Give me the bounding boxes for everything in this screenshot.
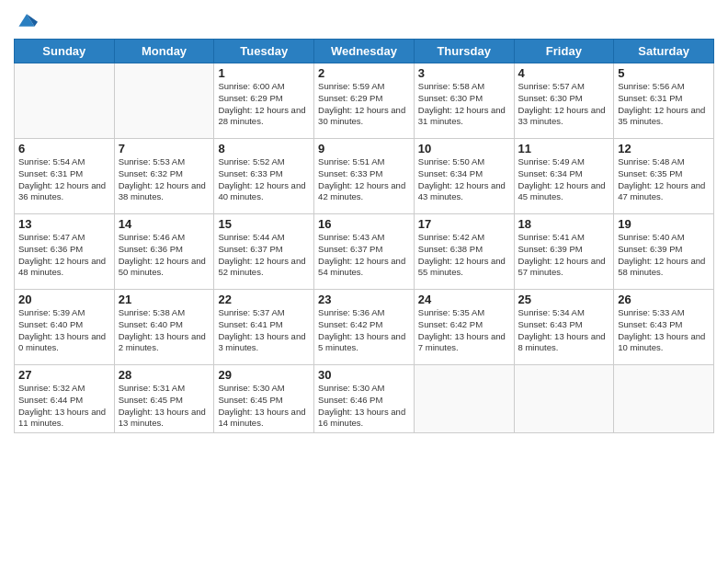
day-number: 20	[18, 293, 110, 306]
calendar-cell: 25Sunrise: 5:34 AMSunset: 6:43 PMDayligh…	[514, 290, 614, 365]
day-number: 16	[318, 217, 410, 231]
header	[14, 9, 714, 31]
calendar-cell	[15, 63, 115, 139]
day-number: 2	[318, 66, 410, 80]
day-info: Sunrise: 5:35 AMSunset: 6:42 PMDaylight:…	[418, 307, 510, 354]
day-number: 23	[318, 293, 410, 306]
day-info: Sunrise: 5:36 AMSunset: 6:42 PMDaylight:…	[318, 307, 410, 354]
day-info: Sunrise: 5:47 AMSunset: 6:36 PMDaylight:…	[18, 232, 110, 279]
day-number: 8	[218, 142, 310, 155]
day-number: 29	[218, 368, 310, 382]
day-info: Sunrise: 5:57 AMSunset: 6:30 PMDaylight:…	[518, 81, 610, 128]
calendar-week-row: 6Sunrise: 5:54 AMSunset: 6:31 PMDaylight…	[15, 139, 714, 214]
day-number: 22	[218, 293, 310, 306]
day-info: Sunrise: 5:49 AMSunset: 6:34 PMDaylight:…	[518, 156, 610, 203]
day-number: 14	[119, 217, 210, 231]
day-info: Sunrise: 5:41 AMSunset: 6:39 PMDaylight:…	[518, 232, 610, 279]
day-number: 13	[18, 217, 110, 231]
day-number: 15	[218, 217, 310, 231]
day-number: 6	[18, 142, 110, 155]
calendar-week-row: 27Sunrise: 5:32 AMSunset: 6:44 PMDayligh…	[15, 365, 714, 433]
day-number: 11	[518, 142, 610, 155]
day-info: Sunrise: 5:42 AMSunset: 6:38 PMDaylight:…	[418, 232, 510, 279]
calendar-cell: 12Sunrise: 5:48 AMSunset: 6:35 PMDayligh…	[614, 139, 714, 214]
weekday-monday: Monday	[114, 40, 214, 63]
calendar-cell: 18Sunrise: 5:41 AMSunset: 6:39 PMDayligh…	[514, 214, 614, 290]
day-info: Sunrise: 5:30 AMSunset: 6:46 PMDaylight:…	[318, 383, 410, 430]
day-info: Sunrise: 5:33 AMSunset: 6:43 PMDaylight:…	[618, 307, 710, 354]
calendar-cell	[614, 365, 714, 433]
calendar-page: SundayMondayTuesdayWednesdayThursdayFrid…	[0, 0, 728, 563]
calendar-cell: 29Sunrise: 5:30 AMSunset: 6:45 PMDayligh…	[214, 365, 314, 433]
day-info: Sunrise: 5:44 AMSunset: 6:37 PMDaylight:…	[218, 232, 310, 279]
weekday-thursday: Thursday	[414, 40, 514, 63]
day-info: Sunrise: 5:50 AMSunset: 6:34 PMDaylight:…	[418, 156, 510, 203]
day-info: Sunrise: 5:32 AMSunset: 6:44 PMDaylight:…	[18, 383, 110, 430]
calendar-cell: 1Sunrise: 6:00 AMSunset: 6:29 PMDaylight…	[214, 63, 314, 139]
calendar-week-row: 13Sunrise: 5:47 AMSunset: 6:36 PMDayligh…	[15, 214, 714, 290]
day-info: Sunrise: 5:38 AMSunset: 6:40 PMDaylight:…	[119, 307, 210, 354]
day-info: Sunrise: 5:51 AMSunset: 6:33 PMDaylight:…	[318, 156, 410, 203]
day-number: 19	[618, 217, 710, 231]
day-number: 18	[518, 217, 610, 231]
calendar-cell: 10Sunrise: 5:50 AMSunset: 6:34 PMDayligh…	[414, 139, 514, 214]
day-info: Sunrise: 5:40 AMSunset: 6:39 PMDaylight:…	[618, 232, 710, 279]
weekday-friday: Friday	[514, 40, 614, 63]
calendar-cell	[514, 365, 614, 433]
calendar-week-row: 1Sunrise: 6:00 AMSunset: 6:29 PMDaylight…	[15, 63, 714, 139]
day-info: Sunrise: 5:58 AMSunset: 6:30 PMDaylight:…	[418, 81, 510, 128]
calendar-cell: 22Sunrise: 5:37 AMSunset: 6:41 PMDayligh…	[214, 290, 314, 365]
calendar-cell: 30Sunrise: 5:30 AMSunset: 6:46 PMDayligh…	[314, 365, 415, 433]
day-number: 30	[318, 368, 410, 382]
day-info: Sunrise: 5:56 AMSunset: 6:31 PMDaylight:…	[618, 81, 710, 128]
day-info: Sunrise: 6:00 AMSunset: 6:29 PMDaylight:…	[218, 81, 310, 128]
day-info: Sunrise: 5:39 AMSunset: 6:40 PMDaylight:…	[18, 307, 110, 354]
calendar-cell: 4Sunrise: 5:57 AMSunset: 6:30 PMDaylight…	[514, 63, 614, 139]
weekday-saturday: Saturday	[614, 40, 714, 63]
weekday-sunday: Sunday	[15, 40, 115, 63]
day-info: Sunrise: 5:53 AMSunset: 6:32 PMDaylight:…	[119, 156, 210, 203]
day-number: 10	[418, 142, 510, 155]
calendar-cell: 11Sunrise: 5:49 AMSunset: 6:34 PMDayligh…	[514, 139, 614, 214]
calendar-cell: 8Sunrise: 5:52 AMSunset: 6:33 PMDaylight…	[214, 139, 314, 214]
logo-icon	[16, 9, 38, 31]
day-number: 3	[418, 66, 510, 80]
calendar-cell: 7Sunrise: 5:53 AMSunset: 6:32 PMDaylight…	[114, 139, 214, 214]
calendar-cell: 26Sunrise: 5:33 AMSunset: 6:43 PMDayligh…	[614, 290, 714, 365]
day-info: Sunrise: 5:43 AMSunset: 6:37 PMDaylight:…	[318, 232, 410, 279]
calendar-cell: 5Sunrise: 5:56 AMSunset: 6:31 PMDaylight…	[614, 63, 714, 139]
calendar-cell: 14Sunrise: 5:46 AMSunset: 6:36 PMDayligh…	[114, 214, 214, 290]
day-number: 1	[218, 66, 310, 80]
calendar-cell: 23Sunrise: 5:36 AMSunset: 6:42 PMDayligh…	[314, 290, 415, 365]
day-number: 28	[119, 368, 210, 382]
day-info: Sunrise: 5:48 AMSunset: 6:35 PMDaylight:…	[618, 156, 710, 203]
day-number: 4	[518, 66, 610, 80]
day-number: 21	[119, 293, 210, 306]
calendar-cell: 17Sunrise: 5:42 AMSunset: 6:38 PMDayligh…	[414, 214, 514, 290]
day-info: Sunrise: 5:54 AMSunset: 6:31 PMDaylight:…	[18, 156, 110, 203]
day-number: 25	[518, 293, 610, 306]
calendar-cell: 20Sunrise: 5:39 AMSunset: 6:40 PMDayligh…	[15, 290, 115, 365]
calendar-table: SundayMondayTuesdayWednesdayThursdayFrid…	[14, 39, 714, 433]
day-info: Sunrise: 5:59 AMSunset: 6:29 PMDaylight:…	[318, 81, 410, 128]
day-number: 9	[318, 142, 410, 155]
calendar-cell: 28Sunrise: 5:31 AMSunset: 6:45 PMDayligh…	[114, 365, 214, 433]
day-number: 26	[618, 293, 710, 306]
weekday-wednesday: Wednesday	[314, 40, 415, 63]
day-number: 5	[618, 66, 710, 80]
logo	[14, 9, 38, 31]
weekday-header-row: SundayMondayTuesdayWednesdayThursdayFrid…	[15, 40, 714, 63]
calendar-week-row: 20Sunrise: 5:39 AMSunset: 6:40 PMDayligh…	[15, 290, 714, 365]
day-info: Sunrise: 5:46 AMSunset: 6:36 PMDaylight:…	[119, 232, 210, 279]
day-number: 12	[618, 142, 710, 155]
calendar-cell: 9Sunrise: 5:51 AMSunset: 6:33 PMDaylight…	[314, 139, 415, 214]
day-number: 24	[418, 293, 510, 306]
calendar-cell: 3Sunrise: 5:58 AMSunset: 6:30 PMDaylight…	[414, 63, 514, 139]
calendar-cell: 16Sunrise: 5:43 AMSunset: 6:37 PMDayligh…	[314, 214, 415, 290]
day-info: Sunrise: 5:31 AMSunset: 6:45 PMDaylight:…	[119, 383, 210, 430]
day-number: 7	[119, 142, 210, 155]
calendar-cell: 2Sunrise: 5:59 AMSunset: 6:29 PMDaylight…	[314, 63, 415, 139]
calendar-cell: 13Sunrise: 5:47 AMSunset: 6:36 PMDayligh…	[15, 214, 115, 290]
calendar-cell: 6Sunrise: 5:54 AMSunset: 6:31 PMDaylight…	[15, 139, 115, 214]
day-number: 27	[18, 368, 110, 382]
